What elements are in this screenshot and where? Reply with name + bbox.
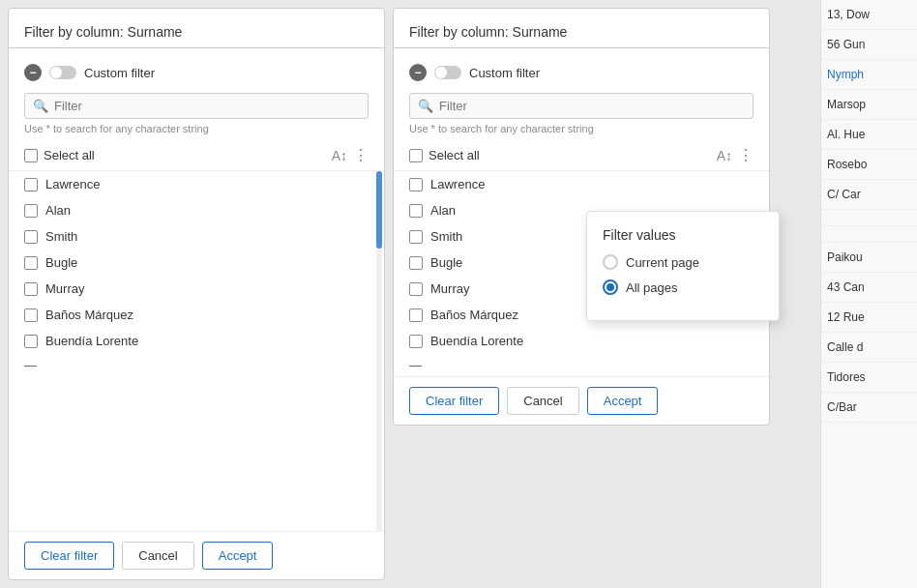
list-item[interactable]: Lawrence <box>9 171 384 197</box>
table-cell: 12 Rue <box>821 303 917 333</box>
custom-filter-toggle-2[interactable] <box>434 66 461 79</box>
list-item[interactable]: Murray <box>9 276 384 302</box>
item-label: Smith <box>430 229 462 244</box>
table-cell: Marsop <box>821 90 917 120</box>
custom-filter-label-1: Custom filter <box>84 66 155 80</box>
item-checkbox[interactable] <box>24 204 38 218</box>
list-item[interactable]: Buendía Lorente <box>9 328 384 354</box>
search-icon-2: 🔍 <box>418 99 433 113</box>
filter-panel-1: Filter by column: Surname − Custom filte… <box>8 8 385 580</box>
select-all-label-1: Select all <box>44 148 326 162</box>
table-cell: Paikou <box>821 243 917 273</box>
item-checkbox[interactable] <box>409 309 423 322</box>
select-all-label-2: Select all <box>429 148 711 162</box>
search-box-2: 🔍 <box>409 93 754 119</box>
list-header-2: Select all A↕ ⋮ <box>394 140 769 171</box>
table-cell: C/ Car <box>821 180 917 210</box>
all-pages-label: All pages <box>626 280 677 295</box>
accept-button-2[interactable]: Accept <box>587 387 659 415</box>
search-row-2: 🔍 <box>394 89 769 121</box>
panel2-title: Filter by column: Surname <box>394 9 769 48</box>
custom-filter-row-1: − Custom filter <box>9 56 384 89</box>
item-checkbox[interactable] <box>409 256 423 270</box>
item-label: Lawrence <box>430 177 485 191</box>
item-checkbox[interactable] <box>409 282 423 296</box>
filter-values-dropdown: Filter values Current page All pages <box>586 211 780 321</box>
search-input-2[interactable] <box>439 99 745 113</box>
clear-filter-button-1[interactable]: Clear filter <box>24 542 114 570</box>
table-cell: 43 Can <box>821 273 917 303</box>
table-cell: 56 Gun <box>821 30 917 60</box>
table-cell: Calle d <box>821 333 917 363</box>
item-label: Bugle <box>430 255 462 270</box>
dropdown-title: Filter values <box>603 227 763 243</box>
table-cell: C/Bar <box>821 393 917 423</box>
items-list-1: Lawrence Alan Smith Bugle Murray Baños M… <box>9 171 384 531</box>
current-page-option[interactable]: Current page <box>603 254 763 270</box>
table-cell: Tidores <box>821 363 917 393</box>
all-pages-radio-inner <box>606 283 614 291</box>
scrollbar-track-1 <box>376 171 382 531</box>
table-cell <box>821 226 917 243</box>
footer-2: Clear filter Cancel Accept <box>394 376 769 425</box>
all-pages-radio[interactable] <box>603 279 618 295</box>
list-item[interactable]: Buendía Lorente <box>394 328 769 354</box>
table-cell: 13, Dow <box>821 0 917 30</box>
select-all-checkbox-1[interactable] <box>24 149 38 162</box>
cancel-button-1[interactable]: Cancel <box>122 542 193 570</box>
sort-icon-1[interactable]: A↕ <box>332 148 347 163</box>
item-checkbox[interactable] <box>409 335 423 348</box>
list-item[interactable]: Lawrence <box>394 171 769 197</box>
item-checkbox[interactable] <box>24 256 38 270</box>
item-label: Murray <box>45 281 84 296</box>
more-icon-2[interactable]: ⋮ <box>738 146 754 164</box>
table-cell: Nymph <box>821 60 917 90</box>
item-label: Buendía Lorente <box>430 334 523 348</box>
clear-filter-button-2[interactable]: Clear filter <box>409 387 499 415</box>
item-checkbox[interactable] <box>24 230 38 244</box>
item-label: Alan <box>45 203 71 218</box>
item-checkbox[interactable] <box>24 335 38 348</box>
scrollbar-thumb-1[interactable] <box>376 171 382 249</box>
item-label: Buendía Lorente <box>45 334 138 348</box>
search-hint-2: Use * to search for any character string <box>394 121 769 140</box>
list-item[interactable]: Alan <box>9 197 384 223</box>
all-pages-option[interactable]: All pages <box>603 279 763 295</box>
footer-1: Clear filter Cancel Accept <box>9 531 384 579</box>
accept-button-1[interactable]: Accept <box>202 542 274 570</box>
minus-icon-2: − <box>409 64 427 81</box>
select-all-checkbox-2[interactable] <box>409 149 423 162</box>
search-box-1: 🔍 <box>24 93 369 119</box>
list-item[interactable]: Smith <box>9 223 384 250</box>
search-icon-1: 🔍 <box>33 99 48 113</box>
search-row-1: 🔍 <box>9 89 384 121</box>
table-cell: Rosebo <box>821 150 917 180</box>
current-page-radio[interactable] <box>603 254 618 270</box>
item-checkbox[interactable] <box>24 178 38 191</box>
item-label: Murray <box>430 281 469 296</box>
list-item[interactable]: Bugle <box>9 250 384 276</box>
item-checkbox[interactable] <box>409 230 423 244</box>
custom-filter-label-2: Custom filter <box>469 66 540 80</box>
list-header-1: Select all A↕ ⋮ <box>9 140 384 171</box>
more-icon-1[interactable]: ⋮ <box>353 146 369 164</box>
item-label: Lawrence <box>45 177 100 191</box>
list-ellipsis-2: — <box>394 354 769 376</box>
item-checkbox[interactable] <box>24 282 38 296</box>
table-cell: Al. Hue <box>821 120 917 150</box>
search-input-1[interactable] <box>54 99 360 113</box>
minus-icon-1: − <box>24 64 42 81</box>
current-page-label: Current page <box>626 255 699 270</box>
list-ellipsis-1: — <box>9 354 384 376</box>
cancel-button-2[interactable]: Cancel <box>507 387 578 415</box>
sort-icon-2[interactable]: A↕ <box>717 148 732 163</box>
item-label: Bugle <box>45 255 77 270</box>
custom-filter-toggle-1[interactable] <box>49 66 76 79</box>
item-label: Baños Márquez <box>45 308 133 322</box>
item-checkbox[interactable] <box>409 204 423 218</box>
item-checkbox[interactable] <box>24 309 38 322</box>
item-checkbox[interactable] <box>409 178 423 191</box>
item-label: Baños Márquez <box>430 308 518 322</box>
item-label: Alan <box>430 203 456 218</box>
list-item[interactable]: Baños Márquez <box>9 302 384 328</box>
